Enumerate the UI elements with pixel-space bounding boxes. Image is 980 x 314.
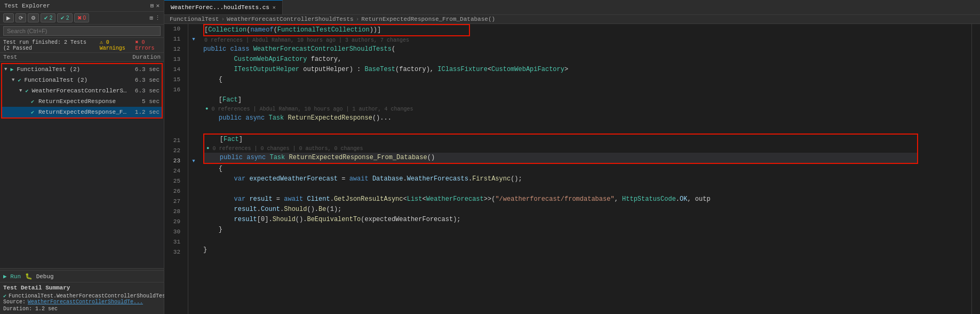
tree-item-weather-forecast-tests[interactable]: ▼ ✔ WeatherForecastControllerShouldTests…	[2, 85, 162, 96]
passed-count-button[interactable]: ✔ 2	[41, 13, 55, 22]
test-column-header[interactable]: Test	[3, 54, 129, 60]
indent-25	[203, 174, 234, 184]
dot-25: .	[403, 174, 407, 184]
pass-icon-4: ✔	[29, 108, 36, 116]
gutter-26	[188, 186, 199, 197]
gutter-19	[188, 115, 199, 125]
filter-icon[interactable]: ⊞	[149, 14, 153, 21]
code-content[interactable]: [Collection(nameof(FunctionalTestCollect…	[199, 24, 971, 314]
status-bar: Test run finished: 2 Tests (2 Passed ⚠ 0…	[0, 38, 164, 53]
attr-client: Client	[307, 194, 330, 205]
breadcrumb-part1[interactable]: FunctionalTest	[170, 16, 219, 22]
kw-public: public	[203, 44, 230, 54]
breadcrumb-part3[interactable]: ReturnExpectedResponse_From_Database()	[361, 16, 495, 22]
gutter-23[interactable]: ▼	[188, 156, 199, 166]
code-line-21	[203, 123, 971, 134]
duration-column-header[interactable]: Duration	[129, 54, 161, 60]
panel-title-bar: Test Explorer ⊞ ✕	[0, 0, 164, 12]
tree-label-1: FunctionalTest (2)	[24, 77, 128, 83]
code-span: FunctionalTestCollection	[277, 25, 370, 35]
tree-item-return-expected[interactable]: ✔ ReturnExpectedResponse 5 sec	[2, 96, 162, 107]
git-blame-16: ● 0 references | Abdul Rahman, 10 hours …	[205, 105, 971, 113]
attr-expected: expectedWeatherForecast	[249, 174, 338, 184]
ln-22: 22	[164, 146, 184, 156]
cls-factory: CustomWebApiFactory	[234, 54, 307, 65]
breadcrumb-sep1: ›	[221, 16, 225, 22]
gutter-25	[188, 176, 199, 186]
editor-area[interactable]: 10 11 12 13 14 15 16 21 22 23 24 25 26 2…	[164, 24, 980, 314]
tab-label-weather: WeatherForec...houldTests.cs	[171, 4, 269, 11]
attr-db: Database	[372, 174, 403, 184]
tab-weather-forecast[interactable]: WeatherForec...houldTests.cs ✕	[164, 0, 283, 14]
detail-pass-icon: ✔	[3, 293, 6, 299]
gutter-10	[188, 24, 199, 34]
cls-task-23: Task	[269, 153, 285, 163]
debug-button[interactable]: 🐛 Debug	[25, 273, 54, 280]
search-bar	[0, 25, 164, 38]
gutter-11[interactable]: ▼	[188, 34, 199, 44]
ln-14: 14	[164, 65, 184, 75]
cls-task-16: Task	[268, 113, 284, 123]
tree-item-functional-test-child[interactable]: ▼ ✔ FunctionalTest (2) 6.3 sec	[2, 75, 162, 85]
tree-duration-1: 6.3 sec	[128, 77, 160, 83]
kw-class: class	[230, 44, 253, 54]
detail-source-link[interactable]: WeatherForecastControllerShouldTe...	[28, 299, 143, 305]
ln-26: 26	[164, 186, 184, 197]
p-29: ().	[296, 215, 307, 225]
tab-close-icon[interactable]: ✕	[273, 4, 276, 11]
gt-27: >>(	[484, 194, 496, 205]
tree-item-return-expected-from-db[interactable]: ✔ ReturnExpectedResponse_From_Dat... 1.2…	[2, 107, 162, 117]
tree-duration-4: 1.2 sec	[128, 109, 160, 115]
lt-27: <	[403, 194, 407, 205]
ln-15: 15	[164, 75, 184, 85]
attr-wf: WeatherForecasts	[407, 174, 468, 184]
settings-button[interactable]: ⚙	[28, 13, 39, 22]
indent-16m	[203, 113, 219, 123]
end-28: (1);	[326, 205, 341, 215]
ln-17	[164, 95, 184, 105]
detail-duration-label: Duration: 1.2 sec	[3, 306, 58, 312]
code-line-30: }	[203, 225, 971, 235]
search-input[interactable]	[3, 26, 161, 36]
detail-summary: Test Detail Summary ✔ FunctionalTest.Wea…	[0, 282, 164, 314]
code-line-14: {	[203, 75, 971, 85]
tree-item-functional-test-root[interactable]: ▼ ▶ FunctionalTest (2) 6.3 sec	[2, 64, 162, 75]
lt-13: <	[488, 65, 491, 75]
code-line-26	[203, 184, 971, 194]
cls-webapi: CustomWebApiFactory	[491, 65, 564, 75]
code-line-15	[203, 85, 971, 95]
cls-fixture: IClassFixture	[437, 65, 488, 75]
breadcrumb-sep2: ›	[356, 16, 360, 22]
run-button[interactable]: ▶ Run	[3, 273, 21, 280]
kw-await-27: await	[284, 194, 307, 205]
line-numbers: 10 11 12 13 14 15 16 21 22 23 24 25 26 2…	[164, 24, 188, 314]
method-29a: Should	[273, 215, 296, 225]
close-panel-icon[interactable]: ✕	[156, 2, 160, 9]
run-all-button[interactable]: ▶	[3, 13, 14, 22]
breadcrumb-part2[interactable]: WeatherForecastControllerShouldTests	[227, 16, 354, 22]
brace-32: }	[203, 245, 207, 255]
more-icon[interactable]: ⋮	[155, 14, 161, 21]
gutter-30	[188, 227, 199, 237]
code-span: ))]	[370, 25, 381, 35]
sp-13b: (factory),	[395, 65, 437, 75]
right-panel: WeatherForec...houldTests.cs ✕ Functiona…	[164, 0, 980, 314]
pass-icon-0: ▶	[8, 66, 15, 73]
indent-13	[203, 65, 234, 75]
detail-source-line: Source: WeatherForecastControllerShouldT…	[3, 299, 161, 305]
pin-icon[interactable]: ⊞	[150, 2, 154, 9]
passed-count2-button[interactable]: ✔ 2	[57, 13, 72, 22]
ln-27: 27	[164, 197, 184, 207]
tree-label-2: WeatherForecastControllerShouldTests .	[31, 88, 128, 94]
code-line-11: public class WeatherForecastControllerSh…	[203, 44, 971, 54]
failed-count-button[interactable]: ✖ 0	[74, 13, 89, 22]
dot-27: .	[330, 194, 334, 205]
gutter-21	[188, 136, 199, 146]
run-failed-button[interactable]: ⟳	[15, 13, 26, 22]
cls-http: HttpStatusCode	[622, 194, 676, 205]
method-16: ReturnExpectedResponse	[288, 113, 372, 123]
git-blame-22: ● 0 references | 0 changes | 0 authors, …	[206, 145, 917, 153]
sp-23	[285, 153, 289, 163]
code-line-23: public async Task ReturnExpectedResponse…	[204, 153, 917, 163]
gutter-17	[188, 95, 199, 105]
